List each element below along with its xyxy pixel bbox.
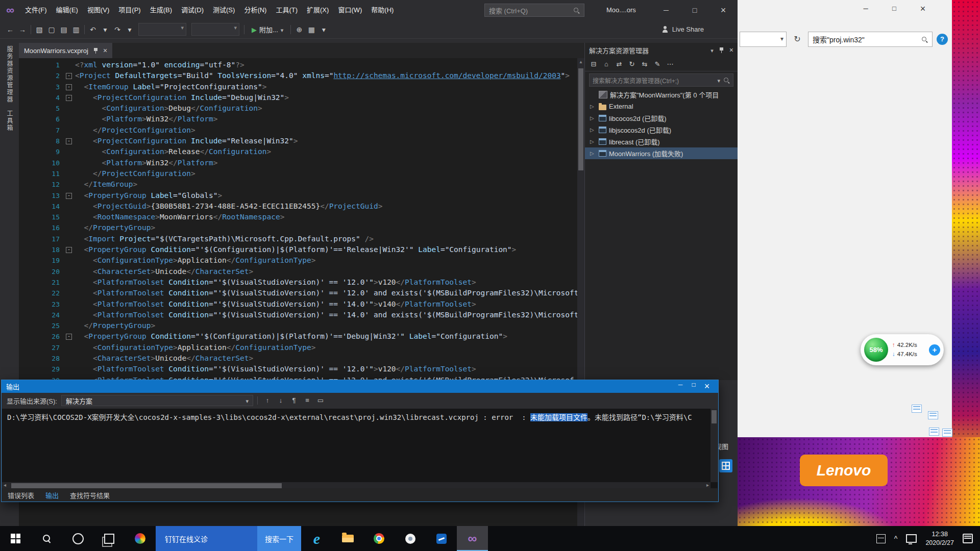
file-explorer-button[interactable] bbox=[332, 526, 363, 551]
undo-dropdown-icon[interactable]: ▾ bbox=[99, 23, 111, 36]
blue-app-button[interactable] bbox=[426, 526, 457, 551]
network-icon[interactable] bbox=[906, 534, 917, 543]
output-title-bar[interactable]: 输出 bbox=[2, 380, 718, 393]
minimize-icon[interactable] bbox=[674, 381, 687, 392]
menu-item[interactable]: 工具(T) bbox=[271, 0, 302, 20]
attach-button[interactable]: 附加... bbox=[252, 24, 283, 34]
visual-studio-taskbar-button[interactable] bbox=[457, 526, 488, 551]
save-icon[interactable]: ▤ bbox=[58, 23, 70, 36]
more-icon[interactable]: ⋯ bbox=[665, 59, 676, 70]
attach-process-icon[interactable]: ⊕ bbox=[293, 23, 305, 36]
list-view-icon[interactable] bbox=[942, 429, 952, 437]
menu-item[interactable]: 调试(D) bbox=[177, 0, 208, 20]
news-search-widget[interactable]: 钉钉在线义诊 搜索一下 bbox=[156, 526, 301, 551]
menu-item[interactable]: 测试(S) bbox=[208, 0, 239, 20]
panel-close-icon[interactable] bbox=[729, 46, 733, 54]
tree-item[interactable]: librecast (已卸载) bbox=[585, 136, 738, 147]
redo-dropdown-icon[interactable]: ▾ bbox=[124, 23, 136, 36]
filter-dropdown[interactable] bbox=[740, 32, 787, 47]
fold-collapse-icon[interactable] bbox=[66, 138, 72, 144]
netspeed-widget[interactable]: 58% 42.2K/s 47.4K/s + bbox=[861, 334, 944, 365]
expand-arrow-icon[interactable] bbox=[590, 127, 596, 133]
menu-item[interactable]: 分析(N) bbox=[239, 0, 271, 20]
expand-arrow-icon[interactable] bbox=[590, 104, 596, 109]
menu-item[interactable]: 窗口(W) bbox=[333, 0, 366, 20]
output-source-dropdown[interactable]: 解决方案 bbox=[61, 395, 253, 406]
menu-item[interactable]: 生成(B) bbox=[145, 0, 177, 20]
panel-tab[interactable]: 输出 bbox=[45, 490, 59, 500]
team-explorer-icon[interactable] bbox=[719, 459, 732, 472]
list-view-icon[interactable] bbox=[929, 428, 939, 436]
scrollbar-thumb[interactable] bbox=[712, 410, 717, 423]
fold-collapse-icon[interactable] bbox=[66, 84, 72, 90]
menu-item[interactable]: 编辑(E) bbox=[52, 0, 83, 20]
undo-icon[interactable]: ↶ bbox=[87, 23, 99, 36]
pin-icon[interactable] bbox=[93, 47, 99, 54]
tab-close-icon[interactable] bbox=[103, 46, 107, 55]
fold-collapse-icon[interactable] bbox=[66, 334, 72, 340]
fold-collapse-icon[interactable] bbox=[66, 95, 72, 101]
maximize-button[interactable] bbox=[887, 2, 902, 15]
pin-icon[interactable] bbox=[719, 47, 724, 53]
taskbar-clock[interactable]: 12:38 2020/2/27 bbox=[925, 530, 954, 547]
goto-previous-message-icon[interactable]: ↑ bbox=[262, 395, 273, 406]
tree-item[interactable]: 解决方案"MoonWarriors"(第 0 个项目 bbox=[585, 89, 738, 101]
menu-item[interactable]: 扩展(X) bbox=[302, 0, 333, 20]
refresh-icon[interactable] bbox=[791, 33, 804, 46]
chevron-down-icon[interactable] bbox=[710, 46, 714, 54]
live-share-button[interactable]: Live Share bbox=[662, 26, 704, 33]
menu-item[interactable]: 帮助(H) bbox=[366, 0, 398, 20]
chrome-button[interactable] bbox=[363, 526, 395, 551]
save-all-icon[interactable]: ▥ bbox=[70, 23, 82, 36]
menu-item[interactable]: 文件(F) bbox=[20, 0, 52, 20]
output-text-area[interactable]: D:\学习资料\COCOS2D-X案例开发大全\cocos2d-x-sample… bbox=[2, 409, 718, 489]
word-wrap-icon[interactable]: ¶ bbox=[288, 395, 300, 406]
task-view-button[interactable] bbox=[93, 526, 125, 551]
close-icon[interactable] bbox=[700, 381, 714, 392]
properties-icon[interactable]: ✎ bbox=[652, 59, 663, 70]
scrollbar-thumb[interactable] bbox=[11, 483, 282, 488]
taskbar-search-button[interactable] bbox=[31, 526, 62, 551]
scroll-up-arrow-icon[interactable] bbox=[577, 58, 584, 64]
pinned-app-button[interactable] bbox=[125, 526, 156, 551]
fold-collapse-icon[interactable] bbox=[66, 193, 72, 199]
expand-plus-button[interactable]: + bbox=[929, 344, 940, 356]
scrollbar-thumb[interactable] bbox=[578, 68, 583, 170]
menu-item[interactable]: 项目(P) bbox=[114, 0, 145, 20]
tree-item[interactable]: libjscocos2d (已卸载) bbox=[585, 124, 738, 136]
secondary-search-box[interactable]: 搜索"proj.win32" bbox=[808, 32, 933, 47]
goto-next-message-icon[interactable]: ↓ bbox=[275, 395, 286, 406]
list-view-icon[interactable] bbox=[928, 411, 938, 419]
collapse-all-icon[interactable]: ⊟ bbox=[588, 59, 599, 70]
close-button[interactable] bbox=[709, 0, 738, 20]
action-center-icon[interactable] bbox=[963, 534, 973, 543]
panel-tab[interactable]: 错误列表 bbox=[8, 490, 34, 500]
round-app-button[interactable] bbox=[395, 526, 426, 551]
output-vertical-scrollbar[interactable] bbox=[710, 409, 718, 482]
solution-explorer-search-box[interactable]: 搜索解决方案资源管理器(Ctrl+;) bbox=[589, 73, 733, 87]
solution-platform-dropdown[interactable] bbox=[191, 23, 239, 36]
internet-explorer-button[interactable]: e bbox=[301, 526, 332, 551]
fold-collapse-icon[interactable] bbox=[66, 247, 72, 253]
tree-item[interactable]: libcocos2d (已卸载) bbox=[585, 112, 738, 124]
input-method-icon[interactable] bbox=[876, 534, 886, 543]
quick-search-box[interactable]: 搜索 (Ctrl+Q) bbox=[484, 4, 584, 17]
new-project-icon[interactable]: ▧ bbox=[33, 23, 45, 36]
minimize-button[interactable] bbox=[858, 2, 873, 15]
nav-forward-icon[interactable]: → bbox=[16, 23, 29, 36]
minimize-button[interactable] bbox=[652, 0, 680, 20]
copy-icon[interactable]: ▭ bbox=[315, 395, 326, 406]
side-tab[interactable]: 工具箱 bbox=[5, 110, 14, 132]
preview-icon[interactable]: ▦ bbox=[305, 23, 317, 36]
start-button[interactable] bbox=[0, 526, 31, 551]
cortana-button[interactable] bbox=[62, 526, 93, 551]
close-button[interactable] bbox=[915, 2, 930, 15]
solution-config-dropdown[interactable] bbox=[138, 23, 186, 36]
editor-tab[interactable]: MoonWarriors.vcxproj bbox=[19, 43, 112, 58]
menu-item[interactable]: 视图(V) bbox=[83, 0, 114, 20]
expand-arrow-icon[interactable] bbox=[590, 151, 596, 156]
home-icon[interactable]: ⌂ bbox=[601, 59, 612, 70]
toolbar-overflow-icon[interactable]: ▾ bbox=[317, 23, 330, 36]
open-file-icon[interactable]: ▢ bbox=[45, 23, 58, 36]
redo-icon[interactable]: ↷ bbox=[111, 23, 124, 36]
